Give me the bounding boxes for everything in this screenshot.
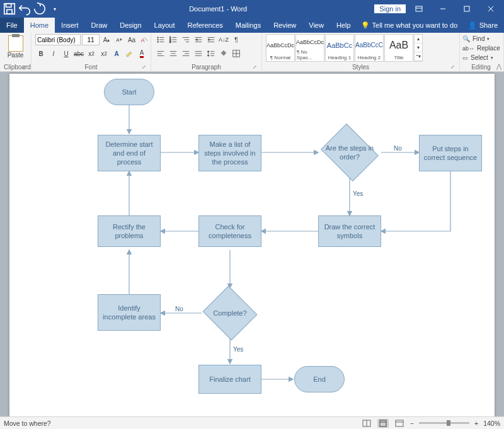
style-no-spacing[interactable]: AaBbCcDc¶ No Spac... [295, 34, 324, 62]
save-icon[interactable] [3, 2, 16, 16]
document-page[interactable]: Start Determine start and end of process… [9, 74, 495, 416]
flowchart-determine[interactable]: Determine start and end of process [98, 135, 161, 171]
font-size-select[interactable] [82, 34, 100, 45]
styles-down-icon[interactable]: ▾ [415, 43, 422, 52]
undo-icon[interactable] [18, 2, 32, 16]
tab-draw[interactable]: Draw [85, 18, 114, 33]
tab-file[interactable]: File [0, 18, 24, 33]
redo-icon[interactable] [33, 2, 47, 16]
borders-icon[interactable] [231, 48, 242, 59]
document-area[interactable]: Start Determine start and end of process… [0, 72, 504, 416]
ribbon: Paste Clipboard⤢ A▴ A▾ Aa A B I U abc x2… [0, 33, 504, 72]
font-family-select[interactable] [35, 34, 81, 45]
styles-gallery[interactable]: AaBbCcDc¶ Normal AaBbCcDc¶ No Spac... Aa… [266, 34, 423, 62]
style-title[interactable]: AaBTitle [384, 34, 413, 62]
align-left-icon[interactable] [155, 48, 166, 59]
collapse-ribbon-icon[interactable]: ⋀ [496, 63, 501, 70]
change-case-icon[interactable]: Aa [126, 34, 137, 45]
flowchart-complete[interactable]: Complete? [202, 288, 258, 338]
paragraph-launcher-icon[interactable]: ⤢ [251, 64, 258, 71]
bold-icon[interactable]: B [35, 48, 47, 59]
tab-design[interactable]: Design [113, 18, 147, 33]
increase-indent-icon[interactable] [205, 34, 217, 45]
styles-launcher-icon[interactable]: ⤢ [449, 64, 455, 71]
read-mode-icon[interactable] [361, 419, 372, 428]
tab-view[interactable]: View [302, 18, 330, 33]
label-no-1: No [394, 145, 402, 152]
tab-help[interactable]: Help [330, 18, 357, 33]
flowchart-check[interactable]: Check for completeness [198, 215, 261, 247]
styles-scroll[interactable]: ▴▾⁼▾ [414, 34, 423, 62]
replace-button[interactable]: ab↔Replace [462, 43, 500, 53]
tab-home[interactable]: Home [24, 18, 55, 33]
line-spacing-icon[interactable] [205, 48, 217, 59]
zoom-slider[interactable] [419, 422, 469, 424]
paragraph-label: Paragraph [192, 64, 221, 71]
bullets-icon[interactable] [155, 34, 166, 45]
font-color-icon[interactable]: A [136, 48, 147, 59]
ribbon-display-icon[interactable] [408, 1, 430, 16]
underline-icon[interactable]: U [60, 48, 72, 59]
grow-font-icon[interactable]: A▴ [101, 34, 112, 45]
subscript-icon[interactable]: x2 [86, 48, 97, 59]
italic-icon[interactable]: I [48, 48, 59, 59]
clear-formatting-icon[interactable]: A [139, 34, 150, 45]
web-layout-icon[interactable] [394, 419, 405, 428]
strikethrough-icon[interactable]: abc [73, 48, 84, 59]
status-bar: Move to where? − + 140% [0, 416, 504, 429]
flowchart-rectify[interactable]: Rectify the problems [98, 215, 161, 247]
style-heading2[interactable]: AaBbCcCHeading 2 [355, 34, 384, 62]
zoom-level[interactable]: 140% [483, 420, 500, 427]
styles-more-icon[interactable]: ⁼▾ [415, 52, 422, 61]
shading-icon[interactable] [218, 48, 229, 59]
shrink-font-icon[interactable]: A▾ [113, 34, 125, 45]
text-effects-icon[interactable]: A [111, 48, 122, 59]
sign-in-button[interactable]: Sign in [374, 4, 406, 13]
share-button[interactable]: 👤Share [462, 21, 504, 30]
sort-icon[interactable]: A↓Z [218, 34, 229, 45]
flowchart-finalize[interactable]: Finalize chart [198, 365, 261, 394]
align-right-icon[interactable] [180, 48, 192, 59]
show-marks-icon[interactable]: ¶ [231, 34, 242, 45]
print-layout-icon[interactable] [377, 419, 389, 428]
superscript-icon[interactable]: x2 [98, 48, 110, 59]
styles-label: Styles [352, 64, 369, 71]
justify-icon[interactable] [193, 48, 204, 59]
select-button[interactable]: ▭Select▾ [462, 53, 493, 62]
svg-rect-1 [6, 4, 11, 8]
clipboard-launcher-icon[interactable]: ⤢ [21, 64, 27, 71]
style-heading1[interactable]: AaBbCcHeading 1 [325, 34, 354, 62]
zoom-in-icon[interactable]: + [474, 420, 478, 427]
flowchart-draw[interactable]: Draw the correct symbols [318, 215, 381, 247]
flowchart-inorder[interactable]: Are the steps in order? [318, 127, 381, 178]
align-center-icon[interactable] [168, 48, 179, 59]
font-launcher-icon[interactable]: ⤢ [140, 64, 147, 71]
styles-up-icon[interactable]: ▴ [415, 35, 422, 43]
highlight-icon[interactable] [123, 48, 135, 59]
tab-review[interactable]: Review [267, 18, 302, 33]
decrease-indent-icon[interactable] [193, 34, 204, 45]
multilevel-list-icon[interactable] [180, 34, 192, 45]
flowchart-identify[interactable]: Identify incomplete areas [98, 294, 161, 331]
qat-customize-icon[interactable]: ▾ [48, 2, 62, 16]
flowchart-makelist[interactable]: Make a list of steps involved in the pro… [198, 135, 261, 171]
flowchart-putsteps[interactable]: Put steps in correct sequence [419, 135, 482, 171]
tab-layout[interactable]: Layout [148, 18, 181, 33]
svg-point-11 [158, 39, 159, 40]
zoom-out-icon[interactable]: − [410, 420, 414, 427]
flowchart-end[interactable]: End [294, 366, 345, 392]
style-normal[interactable]: AaBbCcDc¶ Normal [266, 34, 295, 62]
tab-insert[interactable]: Insert [55, 18, 85, 33]
select-icon: ▭ [462, 55, 468, 61]
tab-mailings[interactable]: Mailings [229, 18, 267, 33]
close-icon[interactable] [480, 1, 501, 16]
flowchart-start[interactable]: Start [104, 79, 154, 105]
find-button[interactable]: 🔍Find▾ [462, 34, 490, 43]
tab-references[interactable]: References [181, 18, 229, 33]
maximize-icon[interactable] [456, 1, 478, 16]
numbering-icon[interactable]: 123 [168, 34, 179, 45]
tell-me-search[interactable]: 💡Tell me what you want to do [357, 21, 458, 30]
minimize-icon[interactable] [432, 1, 454, 16]
paste-button[interactable]: Paste [4, 34, 27, 59]
ribbon-group-paragraph: 123 A↓Z ¶ Paragraph⤢ [151, 33, 262, 71]
